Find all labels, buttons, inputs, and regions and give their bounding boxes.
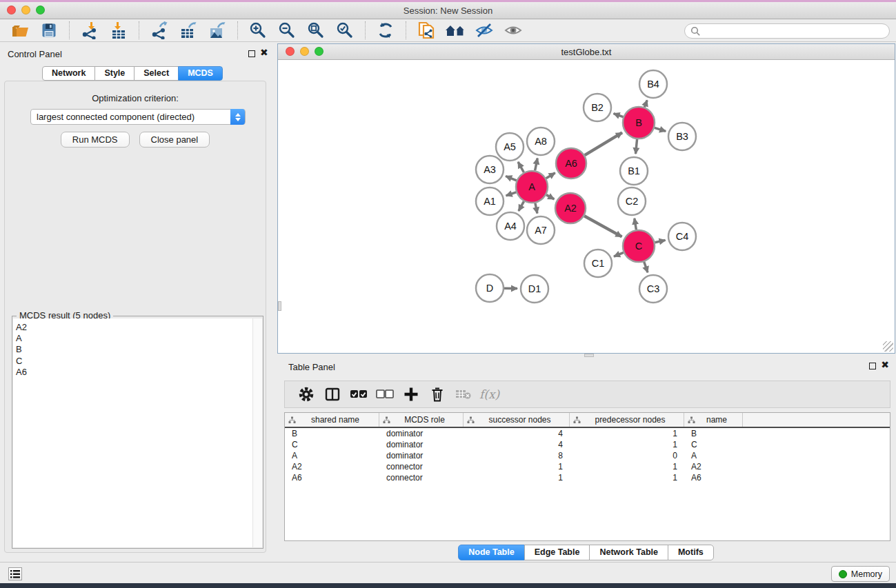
edge-B-B4[interactable] [644, 100, 647, 107]
show-columns-button[interactable] [319, 384, 346, 405]
export-image-button[interactable] [206, 20, 228, 41]
cell-name[interactable]: A6 [684, 473, 743, 483]
tab-node-table[interactable]: Node Table [458, 545, 524, 560]
cell-predecessor-nodes[interactable]: 1 [570, 440, 684, 449]
table-settings-button[interactable] [293, 384, 319, 405]
cell-MCDS-role[interactable]: connector [379, 473, 464, 483]
zoom-in-button[interactable] [247, 20, 269, 41]
result-item-a2[interactable]: A2 [16, 322, 262, 333]
cell-successor-nodes[interactable]: 1 [464, 473, 570, 483]
cell-predecessor-nodes[interactable]: 1 [570, 429, 684, 438]
column-header-predecessor-nodes[interactable]: predecessor nodes [570, 413, 684, 427]
result-item-b[interactable]: B [16, 344, 262, 355]
column-header-successor-nodes[interactable]: successor nodes [464, 413, 570, 427]
cell-shared-name[interactable]: A2 [285, 462, 379, 472]
cell-successor-nodes[interactable]: 4 [464, 429, 570, 438]
network-canvas[interactable]: B4B2BB3A5A8A6B1A3AA1C2A2A4A7C4CC1C3DD1 [278, 61, 895, 353]
table-row-a2[interactable]: A2connector11A2 [285, 461, 890, 472]
clone-network-button[interactable] [415, 20, 437, 41]
cell-successor-nodes[interactable]: 4 [464, 440, 570, 449]
deselect-all-button[interactable] [372, 384, 398, 405]
cell-shared-name[interactable]: B [285, 429, 379, 438]
tab-select[interactable]: Select [134, 66, 179, 81]
window-resize-grip[interactable] [883, 341, 893, 352]
float-panel-icon[interactable] [248, 50, 255, 57]
cell-successor-nodes[interactable]: 1 [464, 462, 570, 472]
close-panel-icon[interactable]: ✖ [260, 47, 268, 58]
tab-edge-table[interactable]: Edge Table [524, 545, 590, 560]
cell-shared-name[interactable]: C [285, 440, 379, 449]
edge-A-A1[interactable] [506, 192, 517, 196]
result-item-c[interactable]: C [16, 356, 262, 367]
create-column-button[interactable] [398, 384, 424, 405]
edge-A-A7[interactable] [535, 203, 537, 214]
table-row-a6[interactable]: A6connector11A6 [285, 472, 890, 483]
cell-shared-name[interactable]: A6 [285, 473, 379, 483]
edge-B-B2[interactable] [614, 114, 624, 117]
edge-A-A2[interactable] [546, 195, 554, 199]
edge-C-C1[interactable] [614, 252, 624, 256]
import-network-button[interactable] [79, 20, 101, 41]
edge-A-A3[interactable] [506, 176, 517, 181]
hide-annotations-button[interactable] [473, 20, 495, 41]
export-table-button[interactable] [177, 20, 199, 41]
cell-name[interactable]: B [684, 429, 743, 438]
cell-MCDS-role[interactable]: dominator [379, 440, 464, 449]
zoom-out-button[interactable] [276, 20, 298, 41]
run-mcds-button[interactable]: Run MCDS [61, 132, 130, 148]
edge-A6-B[interactable] [585, 132, 622, 155]
titlebar[interactable]: Session: New Session [0, 2, 896, 19]
delete-table-button[interactable] [450, 384, 477, 405]
cell-shared-name[interactable]: A [285, 451, 379, 460]
split-divider-grip[interactable] [278, 301, 281, 311]
cell-predecessor-nodes[interactable]: 0 [570, 451, 684, 460]
result-item-a6[interactable]: A6 [16, 367, 262, 378]
network-list-button[interactable] [8, 567, 22, 580]
zoom-selected-button[interactable] [334, 20, 356, 41]
edge-A-A4[interactable] [519, 201, 524, 211]
column-header-MCDS-role[interactable]: MCDS role [379, 413, 464, 427]
table-row-a[interactable]: Adominator80A [285, 450, 890, 461]
cell-name[interactable]: A2 [684, 462, 743, 472]
cell-MCDS-role[interactable]: dominator [379, 451, 464, 460]
cell-name[interactable]: C [684, 440, 743, 449]
tab-motifs[interactable]: Motifs [668, 545, 714, 560]
edge-A-A5[interactable] [518, 162, 524, 172]
cell-successor-nodes[interactable]: 8 [464, 451, 570, 460]
result-item-a[interactable]: A [16, 333, 262, 344]
table-float-icon[interactable] [869, 363, 876, 369]
result-list-scrollbar[interactable] [252, 318, 262, 547]
edge-A2-C[interactable] [584, 216, 621, 236]
import-table-button[interactable] [108, 20, 130, 41]
table-row-b[interactable]: Bdominator41B [285, 428, 890, 439]
function-builder-button[interactable]: f(x) [479, 387, 499, 401]
edge-B-B3[interactable] [655, 128, 666, 131]
refresh-button[interactable] [375, 20, 397, 41]
memory-button[interactable]: Memory [831, 566, 890, 582]
criterion-dropdown[interactable]: largest connected component (directed) [30, 109, 246, 125]
select-all-button[interactable] [346, 384, 372, 405]
export-network-button[interactable] [148, 20, 170, 41]
edge-C-C2[interactable] [635, 219, 637, 230]
cell-MCDS-role[interactable]: dominator [379, 429, 464, 438]
edge-A-A6[interactable] [546, 173, 555, 179]
two-houses-button[interactable] [444, 20, 466, 41]
horizontal-divider-grip[interactable] [584, 354, 594, 357]
cell-name[interactable]: A [684, 451, 743, 460]
edge-B-B1[interactable] [636, 139, 637, 154]
open-session-button[interactable] [9, 20, 31, 41]
tab-style[interactable]: Style [94, 66, 135, 81]
cell-predecessor-nodes[interactable]: 1 [570, 462, 684, 472]
save-session-button[interactable] [38, 20, 60, 41]
zoom-fit-button[interactable] [305, 20, 327, 41]
search-input[interactable] [684, 23, 890, 39]
column-header-shared-name[interactable]: shared name [285, 413, 379, 427]
edge-C-C3[interactable] [644, 262, 648, 273]
cell-MCDS-role[interactable]: connector [379, 462, 464, 472]
network-window-titlebar[interactable]: testGlobe.txt [278, 44, 895, 60]
table-close-icon[interactable]: ✖ [881, 359, 889, 370]
tab-network[interactable]: Network [42, 66, 95, 81]
show-annotations-button[interactable] [502, 20, 524, 41]
cell-predecessor-nodes[interactable]: 1 [570, 473, 684, 483]
tab-mcds[interactable]: MCDS [178, 66, 223, 81]
